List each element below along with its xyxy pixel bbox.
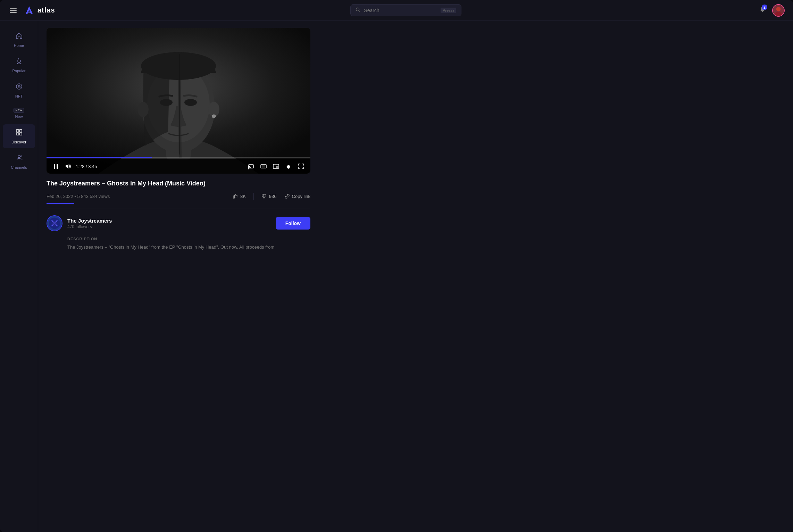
svg-rect-31 — [262, 165, 265, 168]
sidebar-item-popular[interactable]: Popular — [3, 53, 35, 77]
time-display: 1:28 / 3:45 — [76, 164, 97, 169]
video-frame — [47, 28, 310, 174]
svg-rect-8 — [19, 130, 22, 132]
thumbs-down-icon — [261, 193, 267, 199]
action-divider — [253, 193, 254, 200]
video-date: Feb 26, 2022 — [47, 194, 73, 199]
miniplayer-icon — [273, 163, 279, 169]
search-bar: Press / — [350, 4, 461, 16]
progress-fill — [47, 157, 152, 158]
video-thumbnail — [47, 28, 310, 174]
sidebar-channels-label: Channels — [11, 165, 27, 169]
svg-rect-9 — [16, 133, 19, 135]
cast-icon — [248, 163, 254, 169]
pause-icon — [53, 163, 59, 169]
volume-button[interactable] — [64, 163, 72, 170]
video-meta-row: Feb 26, 2022 • 5 843 584 views 8K — [47, 192, 310, 200]
logo-icon — [24, 5, 35, 16]
sidebar-nft-label: NFT — [15, 94, 23, 98]
cast-button[interactable] — [247, 163, 255, 170]
svg-point-29 — [248, 168, 249, 169]
avatar — [773, 5, 784, 16]
channel-avatar-inner — [47, 216, 62, 231]
video-stats: Feb 26, 2022 • 5 843 584 views — [47, 194, 110, 199]
header: atlas Press / 2 — [0, 0, 793, 21]
logo-link[interactable]: atlas — [24, 5, 55, 16]
video-actions: 8K 936 — [232, 192, 310, 200]
channels-icon — [15, 154, 23, 163]
new-badge-icon: NEW — [14, 108, 24, 113]
svg-rect-26 — [54, 164, 55, 169]
miniplayer-button[interactable] — [272, 163, 280, 170]
hamburger-line-3 — [10, 12, 17, 13]
fullscreen-icon — [298, 163, 304, 169]
search-input[interactable] — [364, 8, 437, 13]
volume-icon — [65, 163, 71, 169]
sidebar-item-new[interactable]: NEW New — [3, 104, 35, 123]
svg-point-20 — [160, 99, 173, 106]
svg-point-12 — [20, 156, 22, 157]
svg-point-3 — [775, 11, 782, 16]
copy-link-button[interactable]: Copy link — [284, 193, 310, 199]
main-layout: Home Popular — [0, 21, 793, 532]
svg-point-36 — [52, 221, 57, 226]
svg-point-21 — [184, 99, 197, 106]
link-icon — [284, 193, 290, 199]
like-count: 8K — [240, 194, 246, 199]
hamburger-line-2 — [10, 10, 17, 11]
description-section: DESCRIPTION The Joystreamers – "Ghosts i… — [47, 234, 310, 254]
svg-rect-10 — [19, 133, 22, 135]
search-icon — [356, 7, 360, 13]
active-tab-indicator — [47, 203, 74, 204]
sidebar-item-discover[interactable]: Discover — [3, 124, 35, 148]
theater-icon — [260, 163, 267, 169]
dislike-count: 936 — [269, 194, 277, 199]
sidebar-item-channels[interactable]: Channels — [3, 150, 35, 174]
theater-button[interactable] — [260, 163, 267, 170]
channel-avatar[interactable] — [47, 215, 62, 231]
pause-button[interactable] — [52, 163, 60, 170]
sidebar-item-nft[interactable]: NFT — [3, 78, 35, 102]
header-right: 2 — [757, 4, 785, 17]
user-avatar-button[interactable] — [772, 4, 785, 17]
settings-button[interactable] — [285, 163, 292, 170]
home-icon — [15, 32, 23, 41]
search-shortcut-key: / — [453, 8, 454, 13]
svg-rect-27 — [57, 164, 58, 169]
progress-bar[interactable] — [47, 157, 310, 158]
svg-rect-33 — [276, 166, 278, 168]
svg-point-2 — [776, 7, 781, 11]
discover-icon — [15, 128, 23, 138]
video-info: The Joystreamers – Ghosts in My Head (Mu… — [47, 174, 310, 254]
popular-icon — [15, 57, 23, 67]
notification-button[interactable]: 2 — [757, 4, 768, 17]
notification-badge: 2 — [762, 5, 767, 10]
video-title: The Joystreamers – Ghosts in My Head (Mu… — [47, 179, 310, 188]
channel-info: The Joystreamers 470 followers — [47, 215, 112, 231]
sidebar-popular-label: Popular — [12, 69, 26, 73]
video-controls: 1:28 / 3:45 — [47, 159, 310, 174]
sidebar-new-label: New — [15, 115, 23, 119]
channel-text-info: The Joystreamers 470 followers — [67, 218, 112, 229]
svg-point-22 — [137, 102, 149, 117]
fullscreen-button[interactable] — [297, 163, 305, 170]
dislike-button[interactable]: 936 — [261, 192, 277, 200]
svg-rect-7 — [16, 130, 19, 132]
avatar-image — [773, 4, 784, 17]
svg-point-6 — [18, 86, 20, 87]
follow-button[interactable]: Follow — [276, 217, 310, 230]
channel-name: The Joystreamers — [67, 218, 112, 224]
channel-followers: 470 followers — [67, 224, 112, 229]
channel-avatar-graphic — [47, 215, 62, 231]
sidebar-item-home[interactable]: Home — [3, 28, 35, 52]
svg-point-11 — [18, 156, 20, 158]
search-shortcut: Press / — [441, 8, 456, 13]
description-label: DESCRIPTION — [67, 237, 310, 241]
video-views: 5 843 584 views — [77, 194, 110, 199]
hamburger-line-1 — [10, 8, 17, 9]
like-button[interactable]: 8K — [232, 192, 247, 200]
search-shortcut-label: Press — [443, 8, 452, 13]
description-text: The Joystreamers – "Ghosts in My Head" f… — [67, 244, 310, 251]
hamburger-button[interactable] — [8, 7, 18, 14]
meta-divider — [47, 208, 310, 208]
